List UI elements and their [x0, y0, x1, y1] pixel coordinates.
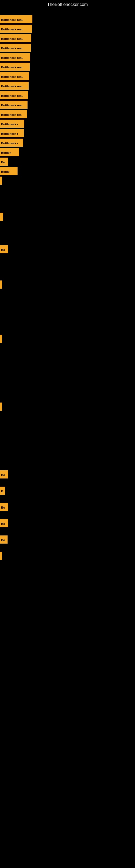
bar-row-21 [0, 335, 2, 343]
bar-row-23: Bo [0, 470, 8, 478]
bar-label-13: Bottleneck r [0, 138, 23, 147]
bar-row-7: Bottleneck resu [0, 82, 29, 90]
bar-row-12: Bottleneck r [0, 129, 24, 137]
bar-label-10: Bottleneck res [0, 110, 27, 118]
bar-label-12: Bottleneck r [0, 129, 24, 137]
bar-label-5: Bottleneck resu [0, 63, 30, 71]
bar-row-6: Bottleneck resu [0, 72, 29, 80]
bar-label-26: Bo [0, 519, 8, 527]
bar-row-2: Bottleneck resu [0, 34, 31, 42]
bar-label-22 [0, 403, 2, 411]
bar-row-14: Bottlen [0, 148, 19, 156]
bar-label-27: Bo [0, 535, 8, 544]
bar-label-24: B [0, 487, 5, 495]
bar-label-18 [0, 213, 3, 221]
bar-label-8: Bottleneck resu [0, 91, 28, 99]
bar-row-5: Bottleneck resu [0, 63, 30, 71]
bar-label-14: Bottlen [0, 148, 19, 156]
bar-label-19: Bo [0, 245, 8, 253]
bar-row-20 [0, 280, 2, 289]
bar-row-18 [0, 213, 3, 221]
bar-label-0: Bottleneck resu [0, 15, 32, 23]
bar-row-13: Bottleneck r [0, 138, 23, 147]
bar-label-28 [0, 552, 2, 560]
bar-row-11: Bottleneck r [0, 120, 24, 128]
bar-row-28 [0, 552, 2, 560]
bar-label-4: Bottleneck resu [0, 53, 30, 61]
bar-row-0: Bottleneck resu [0, 15, 32, 23]
bar-row-8: Bottleneck resu [0, 91, 28, 99]
bar-label-16: Bottle [0, 167, 17, 175]
bar-row-9: Bottleneck resu [0, 101, 28, 109]
bar-row-10: Bottleneck res [0, 110, 27, 118]
bar-label-7: Bottleneck resu [0, 82, 29, 90]
bar-row-24: B [0, 487, 5, 495]
bar-row-4: Bottleneck resu [0, 53, 30, 61]
bar-row-19: Bo [0, 245, 8, 253]
site-title: TheBottlenecker.com [0, 0, 135, 9]
bar-label-25: Bo [0, 503, 8, 511]
bar-row-15: Bo [0, 158, 8, 166]
bar-label-11: Bottleneck r [0, 120, 24, 128]
bar-row-1: Bottleneck resu [0, 25, 32, 33]
bar-label-21 [0, 335, 2, 343]
bar-label-15: Bo [0, 158, 8, 166]
bar-row-3: Bottleneck resu [0, 44, 31, 52]
bar-row-22 [0, 403, 2, 411]
bar-row-27: Bo [0, 535, 8, 544]
bar-label-9: Bottleneck resu [0, 101, 28, 109]
bar-row-17 [0, 177, 2, 185]
bar-label-20 [0, 280, 2, 289]
bar-row-26: Bo [0, 519, 8, 527]
bar-row-16: Bottle [0, 167, 17, 175]
bar-label-1: Bottleneck resu [0, 25, 32, 33]
bar-label-23: Bo [0, 470, 8, 478]
bar-label-3: Bottleneck resu [0, 44, 31, 52]
bar-label-17 [0, 177, 2, 185]
bar-label-6: Bottleneck resu [0, 72, 29, 80]
bar-label-2: Bottleneck resu [0, 34, 31, 42]
bar-row-25: Bo [0, 503, 8, 511]
